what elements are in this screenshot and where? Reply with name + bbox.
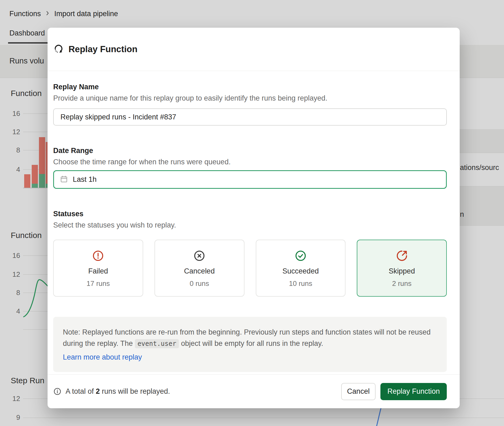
replay-icon [53, 43, 64, 55]
date-range-value: Last 1h [73, 175, 97, 184]
alert-circle-icon [92, 250, 104, 263]
learn-more-link[interactable]: Learn more about replay [63, 352, 142, 363]
modal-footer: A total of 2 runs will be replayed. Canc… [48, 374, 460, 408]
status-label: Skipped [389, 267, 415, 275]
status-run-count: 2 runs [392, 279, 411, 288]
replay-function-modal: Replay Function Replay Name Provide a un… [48, 28, 460, 408]
replay-name-label: Replay Name [53, 83, 99, 91]
status-card-skipped[interactable]: Skipped 2 runs [357, 240, 447, 297]
info-icon [53, 387, 62, 396]
summary-count: 2 [96, 387, 100, 395]
calendar-icon [60, 175, 68, 184]
replay-function-button[interactable]: Replay Function [380, 383, 447, 400]
modal-header: Replay Function [48, 28, 460, 71]
footer-summary: A total of 2 runs will be replayed. [53, 387, 170, 396]
date-range-description: Choose the time range for when the runs … [53, 158, 231, 166]
date-range-picker[interactable]: Last 1h [53, 170, 447, 189]
status-run-count: 17 runs [87, 279, 110, 288]
modal-title: Replay Function [69, 44, 138, 54]
replay-name-input[interactable] [53, 108, 447, 126]
status-card-canceled[interactable]: Canceled 0 runs [154, 240, 244, 297]
summary-text: A total of 2 runs will be replayed. [66, 387, 170, 396]
statuses-description: Select the statuses you wish to replay. [53, 221, 176, 229]
status-label: Succeeded [282, 267, 319, 275]
x-circle-icon [193, 250, 206, 263]
status-card-failed[interactable]: Failed 17 runs [53, 240, 143, 297]
cancel-button[interactable]: Cancel [341, 383, 376, 400]
note-text-after: object will be empty for all runs in the… [179, 339, 323, 347]
status-card-succeeded[interactable]: Succeeded 10 runs [256, 240, 346, 297]
inline-code: event.user [135, 339, 179, 348]
replay-name-description: Provide a unique name for this replay gr… [53, 94, 327, 102]
date-range-label: Date Range [53, 147, 93, 155]
status-run-count: 0 runs [190, 279, 209, 288]
statuses-label: Statuses [53, 210, 84, 218]
status-run-count: 10 runs [289, 279, 312, 288]
status-label: Canceled [184, 267, 215, 275]
check-circle-icon [294, 250, 307, 263]
arrow-out-circle-icon [396, 250, 408, 263]
note-box: Note: Replayed functions are re-run from… [53, 317, 447, 372]
status-label: Failed [88, 267, 108, 275]
status-cards: Failed 17 runs Canceled 0 runs Succeeded… [53, 240, 447, 297]
